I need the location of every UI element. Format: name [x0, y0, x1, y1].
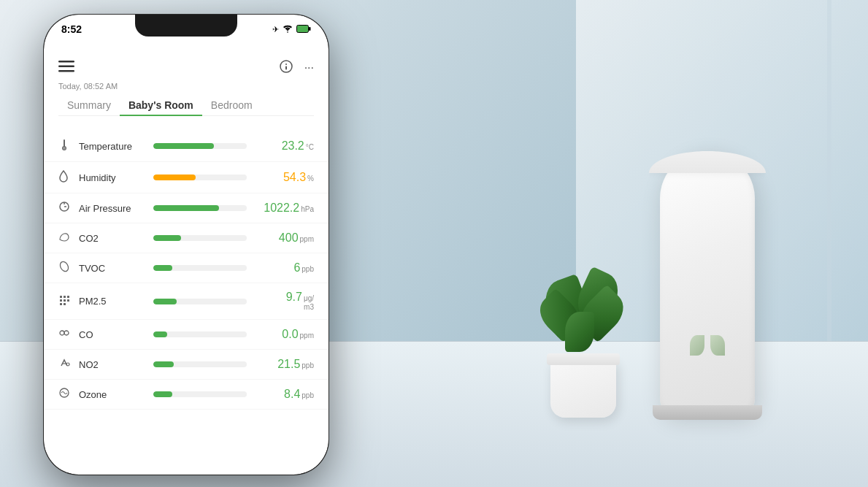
svg-rect-2 [58, 61, 74, 63]
device-logo [690, 335, 725, 356]
wifi-icon [283, 25, 293, 34]
svg-rect-9 [64, 139, 65, 147]
sensor-value-wrap: 9.7 μg/m3 [256, 291, 314, 312]
sensor-unit: μg/m3 [304, 294, 314, 312]
svg-rect-21 [60, 303, 62, 305]
svg-point-25 [66, 363, 69, 366]
phone-screen: 8:52 ✈ [44, 15, 329, 475]
sensor-row-co2: CO2 400 ppm [44, 223, 329, 253]
logo-leaf-left [690, 335, 704, 356]
svg-rect-0 [297, 25, 309, 32]
battery-icon [296, 25, 311, 34]
date-text: Today, 08:52 AM [58, 82, 314, 91]
sensor-icon [58, 357, 79, 372]
sensor-row-co: CO 0.0 ppm [44, 320, 329, 350]
sensor-unit: ppb [302, 265, 314, 274]
sensor-list: Temperature 23.2 °C Humidity 54.3 [44, 128, 329, 475]
svg-rect-18 [60, 299, 62, 302]
phone: 8:52 ✈ [44, 15, 350, 472]
sensor-label: TVOC [79, 263, 145, 274]
sensor-unit: ppm [300, 235, 314, 244]
app-header: ··· Today, 08:52 AM Summary Baby's Room … [44, 51, 329, 122]
sensor-label: PM2.5 [79, 296, 145, 307]
sensor-unit: ppm [300, 331, 314, 340]
svg-point-10 [63, 147, 66, 150]
svg-rect-22 [64, 303, 66, 305]
sensor-unit: hPa [301, 205, 314, 214]
sensor-value-wrap: 1022.2 hPa [256, 202, 314, 215]
status-bar: 8:52 ✈ [44, 20, 329, 38]
sensor-icon [58, 138, 79, 154]
sensor-value: 8.4 [284, 388, 300, 401]
device-top [649, 129, 766, 173]
sensor-value: 23.2 [282, 139, 304, 153]
sensor-label: Temperature [79, 141, 145, 152]
status-time: 8:52 [61, 23, 82, 35]
sensor-value: 54.3 [283, 171, 306, 184]
tabs-row: Summary Baby's Room Bedroom [58, 95, 314, 116]
svg-point-6 [285, 64, 287, 65]
sensor-value-wrap: 21.5 ppb [256, 358, 314, 371]
sensor-bar [153, 391, 247, 397]
svg-point-23 [60, 331, 64, 335]
sensor-icon [58, 294, 79, 309]
sensor-bar [153, 331, 247, 337]
info-icon[interactable] [280, 60, 293, 76]
sensor-value: 21.5 [277, 358, 300, 371]
phone-frame: 8:52 ✈ [44, 15, 329, 475]
device-base [653, 405, 762, 420]
tab-bedroom[interactable]: Bedroom [202, 95, 261, 115]
plant-pot [550, 359, 616, 418]
sensor-unit: % [307, 175, 314, 183]
tab-babys-room[interactable]: Baby's Room [120, 95, 202, 115]
sensor-value: 400 [279, 231, 299, 245]
sensor-label: Ozone [79, 389, 145, 400]
svg-point-24 [64, 331, 69, 335]
sensor-label: NO2 [79, 359, 145, 370]
airplane-icon: ✈ [272, 25, 279, 34]
air-quality-device [642, 122, 773, 414]
svg-point-14 [58, 261, 70, 272]
sensor-bar [153, 143, 247, 149]
sensor-value-wrap: 54.3 % [256, 171, 314, 184]
logo-leaf-right [710, 335, 725, 356]
svg-rect-1 [309, 27, 311, 31]
sensor-unit: °C [306, 143, 314, 152]
sensor-bar [153, 235, 247, 241]
sensor-row-pm25: PM2.5 9.7 μg/m3 [44, 283, 329, 320]
sensor-unit: ppb [302, 361, 314, 370]
sensor-bar [153, 175, 247, 180]
sensor-label: Air Pressure [79, 203, 145, 214]
svg-rect-16 [64, 296, 66, 298]
tab-summary[interactable]: Summary [58, 95, 120, 115]
sensor-value: 9.7 [286, 291, 302, 304]
sensor-bar [153, 205, 247, 211]
sensor-value-wrap: 23.2 °C [256, 139, 314, 153]
sensor-bar [153, 265, 247, 271]
svg-rect-7 [285, 66, 287, 70]
sensor-row-air-pressure: Air Pressure 1022.2 hPa [44, 193, 329, 223]
sensor-value-wrap: 6 ppb [256, 261, 314, 275]
header-actions: ··· [280, 60, 314, 76]
sensor-value-wrap: 0.0 ppm [256, 328, 314, 341]
sensor-value-wrap: 400 ppm [256, 231, 314, 245]
svg-rect-17 [67, 296, 69, 298]
header-row: ··· [58, 60, 314, 76]
sensor-label: CO2 [79, 233, 145, 244]
sensor-icon [58, 327, 79, 342]
sensor-bar [153, 299, 247, 304]
sensor-row-tvoc: TVOC 6 ppb [44, 253, 329, 283]
sensor-icon [58, 231, 79, 245]
device-body [660, 151, 755, 414]
sensor-label: CO [79, 329, 145, 340]
sensor-row-temperature: Temperature 23.2 °C [44, 131, 329, 162]
sensor-row-humidity: Humidity 54.3 % [44, 162, 329, 193]
more-icon[interactable]: ··· [304, 61, 314, 74]
sensor-value: 1022.2 [264, 202, 299, 215]
hamburger-icon[interactable] [58, 61, 74, 76]
sensor-value: 6 [293, 261, 300, 275]
leaf [565, 312, 594, 352]
svg-rect-3 [58, 65, 74, 67]
status-icons: ✈ [272, 25, 311, 34]
svg-rect-19 [64, 299, 66, 302]
